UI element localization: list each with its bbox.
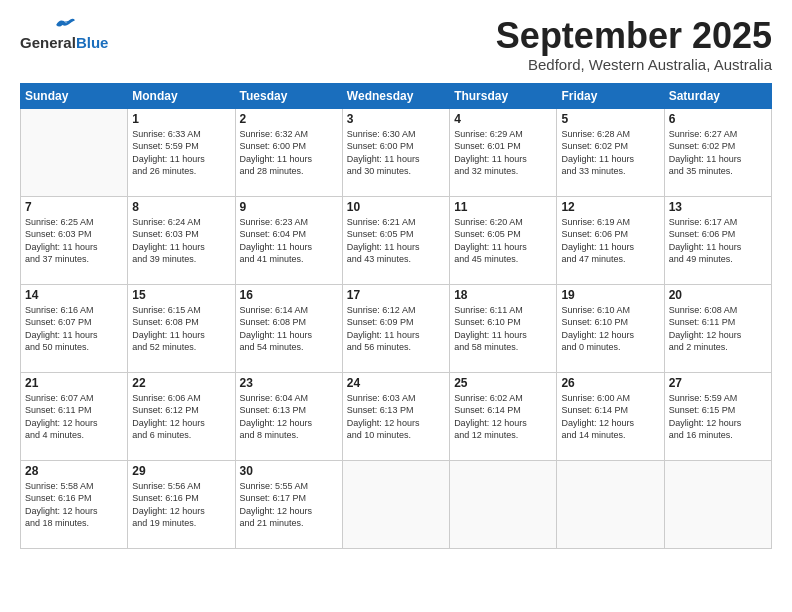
day-number: 26 [561,376,659,390]
calendar-cell: 27Sunrise: 5:59 AM Sunset: 6:15 PM Dayli… [664,372,771,460]
calendar-cell: 11Sunrise: 6:20 AM Sunset: 6:05 PM Dayli… [450,196,557,284]
day-info: Sunrise: 6:17 AM Sunset: 6:06 PM Dayligh… [669,216,767,266]
col-header-friday: Friday [557,83,664,108]
day-info: Sunrise: 6:24 AM Sunset: 6:03 PM Dayligh… [132,216,230,266]
calendar-cell: 4Sunrise: 6:29 AM Sunset: 6:01 PM Daylig… [450,108,557,196]
col-header-sunday: Sunday [21,83,128,108]
day-info: Sunrise: 6:04 AM Sunset: 6:13 PM Dayligh… [240,392,338,442]
month-title: September 2025 [496,16,772,56]
calendar-cell: 19Sunrise: 6:10 AM Sunset: 6:10 PM Dayli… [557,284,664,372]
day-number: 30 [240,464,338,478]
calendar-cell [450,460,557,548]
day-number: 23 [240,376,338,390]
day-number: 1 [132,112,230,126]
day-number: 5 [561,112,659,126]
day-info: Sunrise: 6:30 AM Sunset: 6:00 PM Dayligh… [347,128,445,178]
calendar-cell: 28Sunrise: 5:58 AM Sunset: 6:16 PM Dayli… [21,460,128,548]
day-info: Sunrise: 6:33 AM Sunset: 5:59 PM Dayligh… [132,128,230,178]
day-info: Sunrise: 6:25 AM Sunset: 6:03 PM Dayligh… [25,216,123,266]
day-info: Sunrise: 6:21 AM Sunset: 6:05 PM Dayligh… [347,216,445,266]
col-header-thursday: Thursday [450,83,557,108]
logo-bird-icon [53,16,75,34]
day-number: 11 [454,200,552,214]
day-number: 22 [132,376,230,390]
col-header-wednesday: Wednesday [342,83,449,108]
location-subtitle: Bedford, Western Australia, Australia [496,56,772,73]
calendar-cell: 5Sunrise: 6:28 AM Sunset: 6:02 PM Daylig… [557,108,664,196]
col-header-monday: Monday [128,83,235,108]
day-number: 13 [669,200,767,214]
calendar-cell: 1Sunrise: 6:33 AM Sunset: 5:59 PM Daylig… [128,108,235,196]
day-info: Sunrise: 6:12 AM Sunset: 6:09 PM Dayligh… [347,304,445,354]
week-row-3: 21Sunrise: 6:07 AM Sunset: 6:11 PM Dayli… [21,372,772,460]
day-number: 9 [240,200,338,214]
week-row-0: 1Sunrise: 6:33 AM Sunset: 5:59 PM Daylig… [21,108,772,196]
calendar-cell: 6Sunrise: 6:27 AM Sunset: 6:02 PM Daylig… [664,108,771,196]
day-info: Sunrise: 6:15 AM Sunset: 6:08 PM Dayligh… [132,304,230,354]
day-info: Sunrise: 6:19 AM Sunset: 6:06 PM Dayligh… [561,216,659,266]
day-info: Sunrise: 6:00 AM Sunset: 6:14 PM Dayligh… [561,392,659,442]
calendar-cell: 9Sunrise: 6:23 AM Sunset: 6:04 PM Daylig… [235,196,342,284]
day-number: 8 [132,200,230,214]
day-number: 27 [669,376,767,390]
calendar-cell: 12Sunrise: 6:19 AM Sunset: 6:06 PM Dayli… [557,196,664,284]
calendar-cell: 24Sunrise: 6:03 AM Sunset: 6:13 PM Dayli… [342,372,449,460]
calendar-cell: 17Sunrise: 6:12 AM Sunset: 6:09 PM Dayli… [342,284,449,372]
day-number: 14 [25,288,123,302]
day-info: Sunrise: 6:03 AM Sunset: 6:13 PM Dayligh… [347,392,445,442]
week-row-4: 28Sunrise: 5:58 AM Sunset: 6:16 PM Dayli… [21,460,772,548]
day-info: Sunrise: 6:06 AM Sunset: 6:12 PM Dayligh… [132,392,230,442]
day-number: 10 [347,200,445,214]
day-number: 2 [240,112,338,126]
day-number: 3 [347,112,445,126]
day-info: Sunrise: 6:11 AM Sunset: 6:10 PM Dayligh… [454,304,552,354]
day-info: Sunrise: 6:16 AM Sunset: 6:07 PM Dayligh… [25,304,123,354]
calendar-cell: 10Sunrise: 6:21 AM Sunset: 6:05 PM Dayli… [342,196,449,284]
calendar-cell: 14Sunrise: 6:16 AM Sunset: 6:07 PM Dayli… [21,284,128,372]
day-number: 25 [454,376,552,390]
day-info: Sunrise: 5:56 AM Sunset: 6:16 PM Dayligh… [132,480,230,530]
calendar-cell: 18Sunrise: 6:11 AM Sunset: 6:10 PM Dayli… [450,284,557,372]
day-info: Sunrise: 5:55 AM Sunset: 6:17 PM Dayligh… [240,480,338,530]
calendar-cell: 21Sunrise: 6:07 AM Sunset: 6:11 PM Dayli… [21,372,128,460]
day-info: Sunrise: 5:58 AM Sunset: 6:16 PM Dayligh… [25,480,123,530]
calendar-cell [21,108,128,196]
day-number: 28 [25,464,123,478]
day-info: Sunrise: 5:59 AM Sunset: 6:15 PM Dayligh… [669,392,767,442]
day-number: 17 [347,288,445,302]
week-row-2: 14Sunrise: 6:16 AM Sunset: 6:07 PM Dayli… [21,284,772,372]
col-header-saturday: Saturday [664,83,771,108]
day-info: Sunrise: 6:27 AM Sunset: 6:02 PM Dayligh… [669,128,767,178]
day-info: Sunrise: 6:32 AM Sunset: 6:00 PM Dayligh… [240,128,338,178]
day-number: 12 [561,200,659,214]
day-number: 21 [25,376,123,390]
day-info: Sunrise: 6:23 AM Sunset: 6:04 PM Dayligh… [240,216,338,266]
day-info: Sunrise: 6:14 AM Sunset: 6:08 PM Dayligh… [240,304,338,354]
day-info: Sunrise: 6:20 AM Sunset: 6:05 PM Dayligh… [454,216,552,266]
day-info: Sunrise: 6:29 AM Sunset: 6:01 PM Dayligh… [454,128,552,178]
calendar-cell: 29Sunrise: 5:56 AM Sunset: 6:16 PM Dayli… [128,460,235,548]
logo-general-text: General [20,34,76,51]
calendar-cell: 26Sunrise: 6:00 AM Sunset: 6:14 PM Dayli… [557,372,664,460]
header-row: SundayMondayTuesdayWednesdayThursdayFrid… [21,83,772,108]
calendar-cell: 16Sunrise: 6:14 AM Sunset: 6:08 PM Dayli… [235,284,342,372]
title-section: September 2025 Bedford, Western Australi… [496,16,772,73]
day-number: 19 [561,288,659,302]
day-number: 24 [347,376,445,390]
day-number: 18 [454,288,552,302]
day-number: 20 [669,288,767,302]
calendar-cell: 2Sunrise: 6:32 AM Sunset: 6:00 PM Daylig… [235,108,342,196]
day-number: 15 [132,288,230,302]
col-header-tuesday: Tuesday [235,83,342,108]
week-row-1: 7Sunrise: 6:25 AM Sunset: 6:03 PM Daylig… [21,196,772,284]
day-number: 16 [240,288,338,302]
day-number: 29 [132,464,230,478]
day-info: Sunrise: 6:08 AM Sunset: 6:11 PM Dayligh… [669,304,767,354]
day-number: 7 [25,200,123,214]
calendar-cell: 22Sunrise: 6:06 AM Sunset: 6:12 PM Dayli… [128,372,235,460]
calendar-cell [664,460,771,548]
calendar-table: SundayMondayTuesdayWednesdayThursdayFrid… [20,83,772,549]
day-info: Sunrise: 6:02 AM Sunset: 6:14 PM Dayligh… [454,392,552,442]
calendar-cell: 7Sunrise: 6:25 AM Sunset: 6:03 PM Daylig… [21,196,128,284]
header: GeneralBlue September 2025 Bedford, West… [20,16,772,73]
